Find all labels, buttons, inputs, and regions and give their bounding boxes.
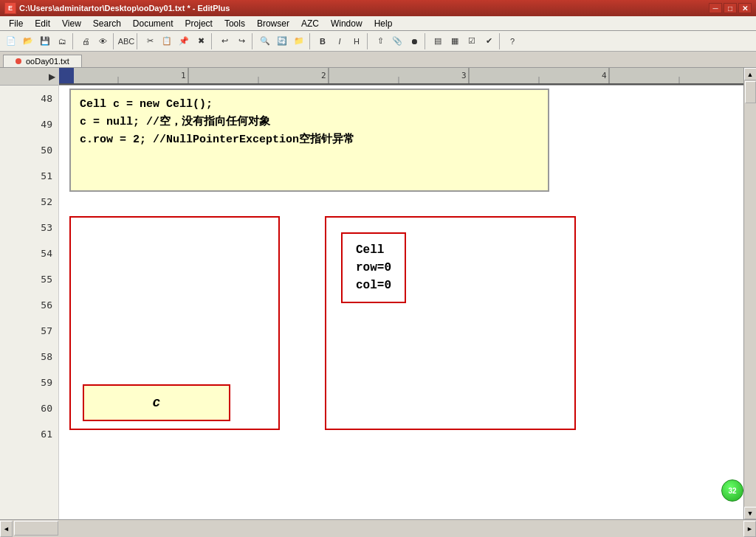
scroll-track[interactable] xyxy=(744,80,757,507)
code-highlight-box: Cell c = new Cell(); c = null; //空，没有指向任… xyxy=(69,89,549,192)
wrap-button[interactable]: ⇧ xyxy=(372,33,388,49)
cell-object-box: Cell row=0 col=0 xyxy=(341,232,406,303)
line-51: 51 xyxy=(0,163,58,189)
italic-button[interactable]: I xyxy=(331,33,348,49)
line-numbers: 48 49 50 51 52 53 54 55 56 57 58 59 60 6… xyxy=(0,86,58,447)
code-area[interactable]: Cell c = new Cell(); c = null; //空，没有指向任… xyxy=(59,86,743,519)
menu-bar: File Edit View Search Document Project T… xyxy=(0,16,756,31)
col4-button[interactable]: ✔ xyxy=(481,33,497,49)
toolbar-separator-3 xyxy=(137,33,140,49)
bold-button[interactable]: B xyxy=(315,33,331,49)
window-controls[interactable]: ─ □ ✕ xyxy=(709,3,752,13)
toolbar-separator-4 xyxy=(211,33,214,49)
line-50: 50 xyxy=(0,137,58,163)
memory-box-left: c xyxy=(69,216,280,430)
menu-document[interactable]: Document xyxy=(127,16,179,30)
toolbar-separator-9 xyxy=(499,33,502,49)
code-line-2: c = null; //空，没有指向任何对象 xyxy=(80,114,539,131)
editor-container: ▶ 48 49 50 51 52 53 54 55 56 57 58 59 60… xyxy=(0,68,756,519)
clip-button[interactable]: 📎 xyxy=(389,33,405,49)
toolbar-separator-8 xyxy=(425,33,427,49)
horizontal-scroll-thumb[interactable] xyxy=(14,521,58,536)
modified-indicator xyxy=(16,58,21,64)
undo-button[interactable]: ↩ xyxy=(216,33,233,49)
app-icon: E xyxy=(4,2,16,14)
scroll-up-button[interactable]: ▲ xyxy=(744,68,757,80)
menu-search[interactable]: Search xyxy=(87,16,127,30)
code-line-3: c.row = 2; //NullPointerException空指针异常 xyxy=(80,131,539,149)
green-circle-indicator: 32 xyxy=(721,479,743,502)
cell-label: Cell xyxy=(356,241,391,259)
col2-button[interactable]: ▦ xyxy=(447,33,463,49)
toolbar-separator-6 xyxy=(309,33,312,49)
editor-area[interactable]: 1 2 3 4 xyxy=(59,68,743,519)
findfile-button[interactable]: 📁 xyxy=(291,33,307,49)
menu-window[interactable]: Window xyxy=(325,16,368,30)
highlight-button[interactable]: H xyxy=(348,33,365,49)
line-58: 58 xyxy=(0,344,58,370)
redo-button[interactable]: ↪ xyxy=(233,33,250,49)
save-button[interactable]: 💾 xyxy=(37,33,53,49)
toolbar-separator-1 xyxy=(72,33,75,49)
horizontal-scroll-track[interactable] xyxy=(13,520,743,537)
ruler: 1 2 3 4 xyxy=(59,68,743,86)
menu-project[interactable]: Project xyxy=(179,16,219,30)
menu-file[interactable]: File xyxy=(3,16,29,30)
scroll-right-button[interactable]: ► xyxy=(743,521,756,537)
replace-button[interactable]: 🔄 xyxy=(274,33,290,49)
record-button[interactable]: ⏺ xyxy=(406,33,422,49)
line-52: 52 xyxy=(0,189,58,215)
col-button[interactable]: ▤ xyxy=(430,33,446,49)
scroll-thumb[interactable] xyxy=(745,81,756,103)
close-button[interactable]: ✕ xyxy=(738,3,752,13)
c-variable-box: c xyxy=(83,384,230,421)
green-circle-text: 32 xyxy=(728,487,736,495)
save-all-button[interactable]: 🗂 xyxy=(54,33,70,49)
gutter: ▶ 48 49 50 51 52 53 54 55 56 57 58 59 60… xyxy=(0,68,59,519)
new-button[interactable]: 📄 xyxy=(3,33,19,49)
find-button[interactable]: 🔍 xyxy=(257,33,273,49)
delete-button[interactable]: ✖ xyxy=(193,33,209,49)
line-60: 60 xyxy=(0,395,58,421)
cell-object-container: Cell row=0 col=0 xyxy=(325,216,576,430)
tab-bar: ooDay01.txt xyxy=(0,52,756,68)
line-arrow: ▶ xyxy=(49,72,55,82)
vertical-scrollbar[interactable]: ▲ ▼ xyxy=(743,68,756,519)
cell-row-value: row=0 xyxy=(356,259,391,277)
col3-button[interactable]: ☑ xyxy=(464,33,480,49)
maximize-button[interactable]: □ xyxy=(724,3,737,13)
menu-browser[interactable]: Browser xyxy=(251,16,295,30)
menu-help[interactable]: Help xyxy=(368,16,399,30)
horizontal-scrollbar-area[interactable]: ◄ ► xyxy=(0,519,756,537)
toolbar-separator-2 xyxy=(113,33,116,49)
tab-label: ooDay01.txt xyxy=(26,57,69,66)
cut-button[interactable]: ✂ xyxy=(142,33,158,49)
ruler-gutter: ▶ xyxy=(0,68,58,86)
line-49: 49 xyxy=(0,111,58,137)
line-59: 59 xyxy=(0,370,58,395)
spell-button[interactable]: ABC xyxy=(118,33,134,49)
paste-button[interactable]: 📌 xyxy=(176,33,192,49)
menu-azc[interactable]: AZC xyxy=(295,16,325,30)
menu-edit[interactable]: Edit xyxy=(29,16,56,30)
line-53: 53 xyxy=(0,215,58,240)
menu-tools[interactable]: Tools xyxy=(219,16,251,30)
print-preview-button[interactable]: 👁 xyxy=(94,33,111,49)
scroll-left-button[interactable]: ◄ xyxy=(0,521,13,537)
toolbar-separator-5 xyxy=(252,33,255,49)
file-tab[interactable]: ooDay01.txt xyxy=(3,55,82,67)
minimize-button[interactable]: ─ xyxy=(709,3,722,13)
copy-button[interactable]: 📋 xyxy=(159,33,175,49)
open-button[interactable]: 📂 xyxy=(20,33,36,49)
print-button[interactable]: 🖨 xyxy=(78,33,94,49)
c-variable-label: c xyxy=(153,395,161,410)
cell-col-value: col=0 xyxy=(356,277,391,294)
ruler-svg xyxy=(59,68,743,83)
line-56: 56 xyxy=(0,292,58,318)
line-54: 54 xyxy=(0,240,58,266)
toolbar: 📄 📂 💾 🗂 🖨 👁 ABC ✂ 📋 📌 ✖ ↩ ↪ 🔍 🔄 📁 B I H … xyxy=(0,31,756,52)
title-bar: E C:\Users\adminitartor\Desktop\ooDay01.… xyxy=(0,0,756,16)
menu-view[interactable]: View xyxy=(56,16,87,30)
extra-button[interactable]: ? xyxy=(504,33,520,49)
scroll-down-button[interactable]: ▼ xyxy=(744,507,757,519)
